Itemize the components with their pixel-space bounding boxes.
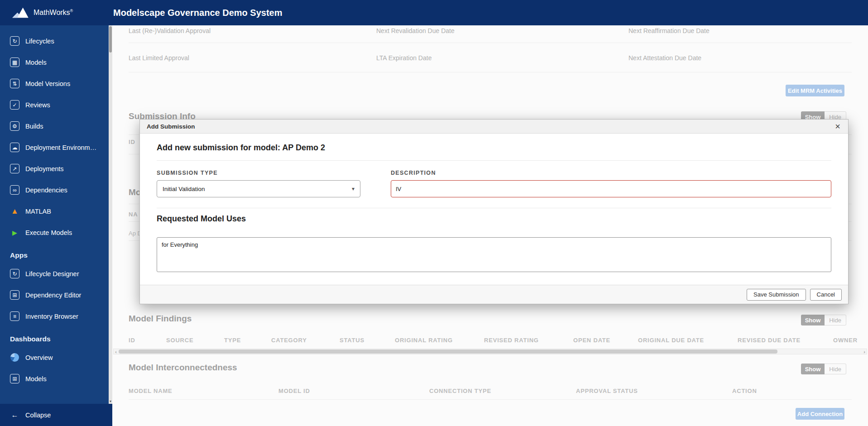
interconnect-column-action: ACTION <box>732 388 757 394</box>
sidebar-item-matlab[interactable]: ▲ MATLAB <box>0 201 109 222</box>
sidebar-item-label: Deployment Environm… <box>25 144 96 151</box>
row-divider <box>129 399 852 400</box>
sidebar-item-label: Lifecycles <box>25 38 54 45</box>
scroll-right-icon[interactable]: › <box>862 349 867 354</box>
field-label-next-revalidation-due-date: Next Revalidation Due Date <box>376 27 455 34</box>
requested-model-uses-textarea[interactable]: for Everything <box>157 237 831 272</box>
sidebar-item-model-versions[interactable]: ⇅ Model Versions <box>0 73 109 94</box>
sidebar-scrollbar-thumb[interactable] <box>109 26 112 53</box>
findings-column-revised-rating: REVISED RATING <box>484 337 539 344</box>
close-icon[interactable]: × <box>834 122 841 131</box>
mathworks-logo-icon <box>12 6 29 19</box>
sidebar-item-models-dashboard[interactable]: ⊞ Models <box>0 368 109 389</box>
sidebar-item-dependency-editor[interactable]: ⊞ Dependency Editor <box>0 284 109 306</box>
app-window: MathWorks® Modelscape Governance Demo Sy… <box>0 0 868 426</box>
partial-name-column: NA <box>129 211 138 218</box>
collapse-label: Collapse <box>25 412 51 419</box>
model-findings-show-button[interactable]: Show <box>801 315 825 325</box>
dependencies-icon: ∞ <box>10 185 19 195</box>
interconnectedness-showhide: Show Hide <box>801 364 846 374</box>
sidebar-item-label: Dependency Editor <box>25 292 81 299</box>
sidebar-item-label: Model Versions <box>25 80 70 87</box>
sidebar-item-lifecycles[interactable]: ↻ Lifecycles <box>0 30 109 52</box>
sidebar-item-label: Models <box>25 59 47 66</box>
top-header: MathWorks® Modelscape Governance Demo Sy… <box>0 0 868 25</box>
sidebar-item-reviews[interactable]: ✓ Reviews <box>0 94 109 115</box>
sidebar-item-label: Dependencies <box>25 187 67 194</box>
reviews-icon: ✓ <box>10 100 19 110</box>
horizontal-scrollbar-thumb[interactable] <box>119 349 777 354</box>
sidebar-item-deployment-environments[interactable]: ☁ Deployment Environm… <box>0 137 109 158</box>
field-label-next-reaffirmation-due-date: Next Reaffirmation Due Date <box>628 27 710 34</box>
interconnect-column-model-id: MODEL ID <box>278 388 310 394</box>
execute-models-icon: ▶ <box>10 228 19 237</box>
findings-column-category: CATEGORY <box>271 337 307 344</box>
sidebar-item-inventory-browser[interactable]: ≡ Inventory Browser <box>0 306 109 327</box>
sidebar-item-label: Reviews <box>25 101 50 109</box>
row-divider <box>129 72 852 72</box>
add-connection-button[interactable]: Add Connection <box>796 408 844 420</box>
registered-mark: ® <box>70 9 73 13</box>
modal-title: Add Submission <box>147 123 195 130</box>
pie-chart-icon <box>10 353 19 362</box>
dependency-editor-icon: ⊞ <box>10 290 19 300</box>
models-icon: ▦ <box>10 57 19 67</box>
modal-heading: Add new submission for model: AP Demo 2 <box>157 134 831 161</box>
model-findings-showhide: Show Hide <box>801 315 846 325</box>
page-title: Modelscape Governance Demo System <box>113 8 282 18</box>
description-input[interactable] <box>391 180 831 197</box>
scroll-down-icon[interactable]: ▾ <box>109 400 112 403</box>
edit-mrm-activities-button[interactable]: Edit MRM Activities <box>786 85 844 96</box>
findings-column-owner: OWNER <box>833 337 858 344</box>
lifecycle-designer-icon: ↻ <box>10 269 19 278</box>
field-label-lta-expiration-date: LTA Expiration Date <box>376 54 432 62</box>
inventory-browser-icon: ≡ <box>10 311 19 321</box>
sidebar-scrollbar[interactable]: ▾ <box>109 25 112 404</box>
submission-type-label: SUBMISSION TYPE <box>157 170 360 176</box>
modal-footer: Save Submission Cancel <box>140 285 848 304</box>
submission-table-id-column: ID <box>129 139 135 145</box>
interconnect-column-model-name: MODEL NAME <box>129 388 173 394</box>
sidebar-item-label: Inventory Browser <box>25 313 78 320</box>
brand-name: MathWorks® <box>34 9 73 17</box>
sidebar-item-builds[interactable]: ⚙ Builds <box>0 115 109 137</box>
model-versions-icon: ⇅ <box>10 79 19 88</box>
model-interconnectedness-heading: Model Interconnectedness <box>129 363 237 373</box>
builds-icon: ⚙ <box>10 121 19 131</box>
findings-column-original-due-date: ORIGINAL DUE DATE <box>638 337 704 344</box>
add-submission-modal: Add Submission × Add new submission for … <box>139 119 849 304</box>
deployment-environments-icon: ☁ <box>10 143 19 152</box>
sidebar-item-label: Overview <box>25 354 53 361</box>
scroll-left-icon[interactable]: ‹ <box>113 349 119 354</box>
field-label-next-attestation-due-date: Next Attestation Due Date <box>628 54 701 62</box>
field-label-last-limited-approval: Last Limited Approval <box>129 54 189 62</box>
sidebar-item-lifecycle-designer[interactable]: ↻ Lifecycle Designer <box>0 263 109 284</box>
submission-type-select[interactable]: Initial Validation ▾ <box>157 180 360 197</box>
requested-model-uses-heading: Requested Model Uses <box>157 214 831 224</box>
sidebar-item-execute-models[interactable]: ▶ Execute Models <box>0 222 109 243</box>
sidebar-item-label: MATLAB <box>25 208 51 215</box>
findings-column-original-rating: ORIGINAL RATING <box>395 337 453 344</box>
sidebar-item-overview[interactable]: Overview <box>0 347 109 368</box>
sidebar-item-deployments[interactable]: ↗ Deployments <box>0 158 109 179</box>
save-submission-button[interactable]: Save Submission <box>747 289 806 301</box>
findings-column-open-date: OPEN DATE <box>573 337 610 344</box>
interconnectedness-hide-button[interactable]: Hide <box>825 364 846 374</box>
submission-type-group: SUBMISSION TYPE Initial Validation ▾ <box>157 170 360 197</box>
findings-column-revised-due-date: REVISED DUE DATE <box>738 337 801 344</box>
modal-header[interactable]: Add Submission × <box>140 120 848 134</box>
sidebar-item-label: Deployments <box>25 165 64 172</box>
deployments-icon: ↗ <box>10 164 19 173</box>
models-dashboard-icon: ⊞ <box>10 374 19 383</box>
modal-body: Add new submission for model: AP Demo 2 … <box>140 134 848 274</box>
sidebar-item-models[interactable]: ▦ Models <box>0 52 109 73</box>
chevron-down-icon: ▾ <box>352 186 355 192</box>
model-findings-hide-button[interactable]: Hide <box>825 315 846 325</box>
cancel-button[interactable]: Cancel <box>810 289 842 301</box>
interconnectedness-show-button[interactable]: Show <box>801 364 825 374</box>
sidebar-item-label: Execute Models <box>25 229 72 236</box>
sidebar-item-dependencies[interactable]: ∞ Dependencies <box>0 179 109 201</box>
field-label-last-revalidation-approval: Last (Re-)Validation Approval <box>129 27 211 34</box>
sidebar-item-label: Builds <box>25 123 43 130</box>
sidebar-collapse-button[interactable]: ← Collapse <box>0 404 112 426</box>
